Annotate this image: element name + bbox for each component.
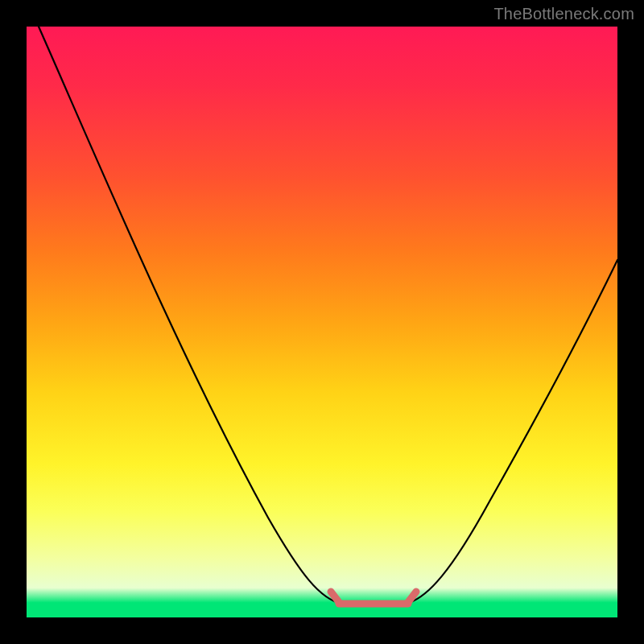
bottleneck-curve: [39, 27, 617, 604]
watermark-text: TheBottleneck.com: [493, 5, 634, 23]
trough-marker: [331, 592, 416, 604]
curve-layer: [27, 27, 617, 617]
chart-frame: TheBottleneck.com: [0, 0, 644, 644]
